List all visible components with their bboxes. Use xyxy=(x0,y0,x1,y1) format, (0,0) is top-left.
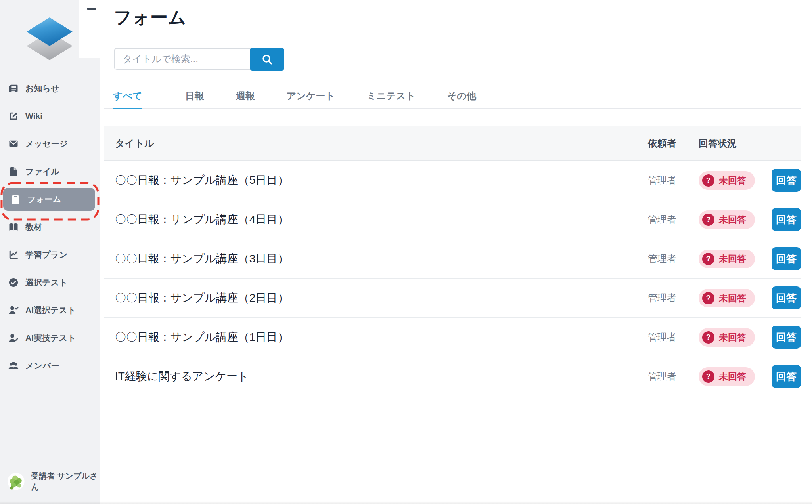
form-title: 〇〇日報：サンプル講座（3日目） xyxy=(104,251,648,266)
tab-weekly-report[interactable]: 週報 xyxy=(236,90,255,109)
sidebar-collapse-button[interactable] xyxy=(84,3,99,14)
sidebar-item-label: フォーム xyxy=(27,194,61,205)
sidebar-item-ai-practical-test[interactable]: AI実技テスト xyxy=(0,324,100,352)
form-status-cell: ?未回答回答 xyxy=(699,247,801,270)
table-row: 〇〇日報：サンプル講座（4日目）管理者?未回答回答 xyxy=(104,200,801,239)
form-requester: 管理者 xyxy=(648,252,699,265)
green-cluster-avatar-icon xyxy=(7,472,25,491)
tab-other[interactable]: その他 xyxy=(447,90,476,109)
column-header-requester: 依頼者 xyxy=(648,137,699,150)
file-icon xyxy=(8,166,19,177)
form-status-cell: ?未回答回答 xyxy=(699,365,801,388)
question-badge-icon: ? xyxy=(702,292,714,304)
user-pen-icon xyxy=(8,332,19,344)
answer-button[interactable]: 回答 xyxy=(772,326,801,349)
tab-bar: すべて日報週報アンケートミニテストその他 xyxy=(104,83,801,109)
question-badge-icon: ? xyxy=(702,331,714,344)
sidebar-item-forms[interactable]: フォーム xyxy=(3,188,95,211)
tab-daily-report[interactable]: 日報 xyxy=(185,90,204,109)
sidebar-user-label: 受講者 サンプルさん xyxy=(31,471,100,492)
question-badge-icon: ? xyxy=(702,214,714,226)
form-title: 〇〇日報：サンプル講座（1日目） xyxy=(104,330,648,345)
sidebar-item-members[interactable]: メンバー xyxy=(0,352,100,380)
layers-logo-icon xyxy=(22,15,77,61)
users-icon xyxy=(8,360,19,371)
table-row: 〇〇日報：サンプル講座（3日目）管理者?未回答回答 xyxy=(104,239,801,279)
sidebar-item-wiki[interactable]: Wiki xyxy=(0,102,100,130)
form-title: IT経験に関するアンケート xyxy=(104,369,648,384)
answer-button[interactable]: 回答 xyxy=(772,365,801,388)
envelope-icon xyxy=(8,138,19,149)
status-pill: ?未回答 xyxy=(699,171,755,190)
book-open-icon xyxy=(8,221,19,233)
page-title: フォーム xyxy=(114,6,186,29)
sidebar-item-choice-test[interactable]: 選択テスト xyxy=(0,269,100,296)
sidebar-item-files[interactable]: ファイル xyxy=(0,158,100,185)
form-title: 〇〇日報：サンプル講座（5日目） xyxy=(104,173,648,188)
column-header-status: 回答状況 xyxy=(699,137,801,150)
column-header-title: タイトル xyxy=(104,137,648,150)
status-label: 未回答 xyxy=(719,174,746,187)
table-row: 〇〇日報：サンプル講座（1日目）管理者?未回答回答 xyxy=(104,318,801,357)
sidebar-item-label: Wiki xyxy=(25,111,42,121)
tab-survey[interactable]: アンケート xyxy=(287,90,335,109)
form-requester: 管理者 xyxy=(648,174,699,187)
tab-mini-test[interactable]: ミニテスト xyxy=(367,90,416,109)
answer-button[interactable]: 回答 xyxy=(772,247,801,270)
sidebar-user[interactable]: 受講者 サンプルさん xyxy=(7,471,100,492)
form-requester: 管理者 xyxy=(648,331,699,344)
status-pill: ?未回答 xyxy=(699,289,755,307)
status-label: 未回答 xyxy=(719,331,746,344)
search-input[interactable] xyxy=(114,48,251,70)
answer-button[interactable]: 回答 xyxy=(772,208,801,231)
check-circle-icon xyxy=(8,277,19,288)
status-pill: ?未回答 xyxy=(699,367,755,386)
forms-table: タイトル 依頼者 回答状況 〇〇日報：サンプル講座（5日目）管理者?未回答回答〇… xyxy=(104,126,801,396)
magnifier-icon xyxy=(261,53,274,66)
form-title: 〇〇日報：サンプル講座（2日目） xyxy=(104,290,648,305)
tab-all[interactable]: すべて xyxy=(113,90,142,109)
search-button[interactable] xyxy=(250,48,284,71)
question-badge-icon: ? xyxy=(702,174,714,187)
status-label: 未回答 xyxy=(719,292,746,304)
sidebar-item-label: AI選択テスト xyxy=(25,305,76,316)
form-requester: 管理者 xyxy=(648,213,699,226)
table-row: IT経験に関するアンケート管理者?未回答回答 xyxy=(104,357,801,396)
status-pill: ?未回答 xyxy=(699,210,755,229)
sidebar-item-ai-choice-test[interactable]: AI選択テスト xyxy=(0,296,100,324)
answer-button[interactable]: 回答 xyxy=(772,169,801,192)
chart-line-icon xyxy=(8,249,19,260)
sidebar-item-materials[interactable]: 教材 xyxy=(0,213,100,241)
form-status-cell: ?未回答回答 xyxy=(699,286,801,309)
status-label: 未回答 xyxy=(719,214,746,226)
form-status-cell: ?未回答回答 xyxy=(699,208,801,231)
sidebar-item-announcements[interactable]: お知らせ xyxy=(0,74,100,102)
table-body: 〇〇日報：サンプル講座（5日目）管理者?未回答回答〇〇日報：サンプル講座（4日目… xyxy=(104,161,801,396)
sidebar-item-label: 学習プラン xyxy=(25,249,67,260)
newspaper-icon xyxy=(8,83,19,94)
form-requester: 管理者 xyxy=(648,292,699,304)
pen-square-icon xyxy=(8,111,19,122)
table-row: 〇〇日報：サンプル講座（2日目）管理者?未回答回答 xyxy=(104,279,801,318)
answer-button[interactable]: 回答 xyxy=(772,286,801,309)
question-badge-icon: ? xyxy=(702,370,714,383)
sidebar-item-label: お知らせ xyxy=(25,83,59,94)
user-check-icon xyxy=(8,305,19,316)
form-title: 〇〇日報：サンプル講座（4日目） xyxy=(104,212,648,227)
search-bar xyxy=(114,48,284,71)
minus-icon xyxy=(87,8,96,10)
sidebar-nav: お知らせWikiメッセージファイルフォーム教材学習プラン選択テストAI選択テスト… xyxy=(0,74,100,380)
sidebar-item-label: ファイル xyxy=(25,166,59,177)
sidebar: お知らせWikiメッセージファイルフォーム教材学習プラン選択テストAI選択テスト… xyxy=(0,0,100,504)
sidebar-item-label: 教材 xyxy=(25,221,42,233)
sidebar-item-label: 選択テスト xyxy=(25,277,67,288)
form-requester: 管理者 xyxy=(648,370,699,383)
sidebar-item-learning-plan[interactable]: 学習プラン xyxy=(0,241,100,269)
window-bottom-edge xyxy=(0,501,812,504)
status-label: 未回答 xyxy=(719,253,746,265)
form-status-cell: ?未回答回答 xyxy=(699,326,801,349)
app-root: お知らせWikiメッセージファイルフォーム教材学習プラン選択テストAI選択テスト… xyxy=(0,0,812,504)
question-badge-icon: ? xyxy=(702,253,714,265)
sidebar-item-label: メンバー xyxy=(25,360,59,371)
sidebar-item-messages[interactable]: メッセージ xyxy=(0,130,100,158)
